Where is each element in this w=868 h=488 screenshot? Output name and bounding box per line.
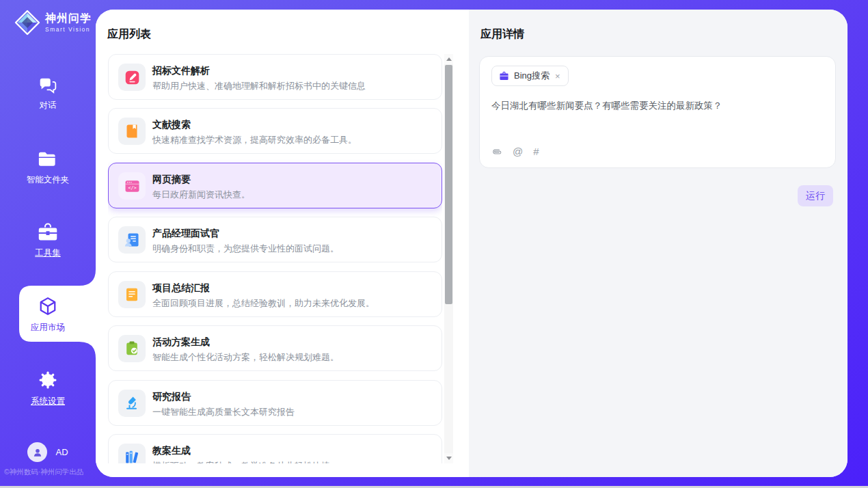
composer-toolbar: @ # bbox=[491, 146, 539, 158]
prompt-text[interactable]: 今日湖北有哪些新闻要点？有哪些需要关注的最新政策？ bbox=[491, 99, 819, 113]
sidebar-item-toolset[interactable]: 工具集 bbox=[0, 223, 96, 259]
toolbox-icon bbox=[38, 223, 58, 242]
folder-icon bbox=[38, 151, 58, 169]
attach-file-button[interactable] bbox=[491, 146, 502, 158]
sidebar-item-label: 系统设置 bbox=[31, 396, 65, 407]
close-icon[interactable]: × bbox=[554, 72, 561, 81]
app-window: { "brand": { "name": "神州问学", "tagline": … bbox=[0, 0, 868, 488]
prompt-editor[interactable]: Bing搜索 × 今日湖北有哪些新闻要点？有哪些需要关注的最新政策？ @ # bbox=[479, 56, 836, 168]
doc-edit-icon bbox=[124, 69, 141, 86]
triangle-down-icon bbox=[446, 457, 452, 460]
sidebar-item-label: 工具集 bbox=[35, 247, 61, 259]
sidebar: 神州问学 Smart Vision 对话 智能文件夹 工具集 bbox=[0, 0, 96, 488]
briefcase-icon bbox=[499, 71, 509, 81]
mention-icon[interactable]: @ bbox=[513, 146, 523, 158]
note-icon bbox=[124, 286, 140, 303]
person-icon bbox=[32, 447, 43, 458]
page-title-app-list: 应用列表 bbox=[107, 27, 151, 42]
app-desc: 帮助用户快速、准确地理解和解析招标书中的关键信息 bbox=[152, 80, 366, 92]
sidebar-item-label: 对话 bbox=[40, 100, 57, 111]
app-card-research-report[interactable]: 研究报告 一键智能生成高质量长文本研究报告 bbox=[108, 380, 442, 426]
page-title-app-detail: 应用详情 bbox=[480, 27, 524, 42]
brand-logo-icon bbox=[14, 9, 41, 36]
app-title: 网页摘要 bbox=[152, 174, 191, 186]
app-title: 活动方案生成 bbox=[152, 336, 210, 349]
books-icon bbox=[124, 449, 140, 463]
app-desc: 明确身份和职责，为您提供专业性的面试问题。 bbox=[152, 243, 339, 255]
app-card-pm-interviewer[interactable]: 产品经理面试官 明确身份和职责，为您提供专业性的面试问题。 bbox=[108, 217, 442, 262]
app-card-bid-doc-analysis[interactable]: 招标文件解析 帮助用户快速、准确地理解和解析招标书中的关键信息 bbox=[108, 54, 442, 100]
app-detail-panel: 应用详情 Bing搜索 × 今日湖北有哪些新闻要点？有哪些需要关注的最新政策？ … bbox=[469, 10, 847, 477]
user-badge[interactable]: AD bbox=[0, 442, 96, 462]
app-list-viewport: 招标文件解析 帮助用户快速、准确地理解和解析招标书中的关键信息 文献搜索 快速精… bbox=[108, 54, 442, 463]
app-title: 产品经理面试官 bbox=[152, 228, 219, 240]
tool-tag-bing-search[interactable]: Bing搜索 × bbox=[491, 66, 569, 86]
brand-tagline: Smart Vision bbox=[45, 26, 92, 33]
hash-icon[interactable]: # bbox=[533, 146, 539, 158]
microscope-icon bbox=[124, 395, 140, 411]
app-desc: 快速精准查找学术资源，提高研究效率的必备工具。 bbox=[152, 134, 357, 146]
app-title: 项目总结汇报 bbox=[152, 282, 210, 295]
app-desc: 智能生成个性化活动方案，轻松解决规划难题。 bbox=[152, 351, 339, 364]
scrollbar-thumb[interactable] bbox=[445, 65, 452, 304]
app-card-lesson-plan[interactable]: 教案生成 模板驱动，教案秒成，教学准备从此轻松快捷 bbox=[108, 434, 442, 463]
sidebar-item-label: 智能文件夹 bbox=[27, 174, 70, 186]
app-title: 文献搜索 bbox=[152, 119, 191, 131]
avatar bbox=[27, 442, 47, 462]
sidebar-item-settings[interactable]: 系统设置 bbox=[0, 370, 96, 407]
paperclip-icon bbox=[489, 144, 505, 160]
cube-icon bbox=[38, 296, 58, 316]
brand-logo: 神州问学 Smart Vision bbox=[14, 9, 92, 36]
interview-doc-icon bbox=[124, 232, 140, 248]
app-list-panel: 应用列表 招标文件解析 帮助用户快速、准确地理解和解析招标书中的关键信息 bbox=[96, 10, 469, 477]
app-desc: 每日政府新闻资讯快查。 bbox=[152, 189, 250, 201]
app-title: 教案生成 bbox=[152, 445, 191, 457]
app-card-literature-search[interactable]: 文献搜索 快速精准查找学术资源，提高研究效率的必备工具。 bbox=[108, 108, 442, 154]
triangle-up-icon bbox=[446, 57, 452, 61]
book-icon bbox=[124, 123, 140, 139]
app-card-event-plan[interactable]: 活动方案生成 智能生成个性化活动方案，轻松解决规划难题。 bbox=[108, 325, 442, 371]
app-card-webpage-summary[interactable]: </> 网页摘要 每日政府新闻资讯快查。 bbox=[108, 163, 442, 208]
app-title: 招标文件解析 bbox=[152, 65, 210, 77]
scrollbar[interactable] bbox=[444, 54, 453, 463]
svg-text:</>: </> bbox=[128, 185, 136, 191]
app-desc: 模板驱动，教案秒成，教学准备从此轻松快捷 bbox=[152, 460, 330, 463]
run-button[interactable]: 运行 bbox=[798, 185, 833, 206]
chat-icon bbox=[38, 77, 57, 94]
app-title: 研究报告 bbox=[152, 391, 191, 403]
sidebar-item-label: 应用市场 bbox=[31, 322, 65, 334]
app-card-project-summary[interactable]: 项目总结汇报 全面回顾项目进展，总结经验教训，助力未来优化发展。 bbox=[108, 271, 442, 317]
user-initials: AD bbox=[55, 447, 68, 457]
sidebar-item-chat[interactable]: 对话 bbox=[0, 77, 96, 111]
gear-icon bbox=[38, 370, 58, 390]
sidebar-item-smart-folder[interactable]: 智能文件夹 bbox=[0, 151, 96, 186]
brand-name: 神州问学 bbox=[45, 12, 92, 25]
scroll-up-button[interactable] bbox=[444, 54, 453, 64]
tool-tag-label: Bing搜索 bbox=[514, 70, 550, 82]
scroll-down-button[interactable] bbox=[444, 453, 453, 463]
app-desc: 全面回顾项目进展，总结经验教训，助力未来优化发展。 bbox=[152, 297, 375, 310]
copyright-text: ©神州数码·神州问学出品 bbox=[4, 467, 96, 477]
webpage-code-icon: </> bbox=[124, 178, 141, 195]
app-desc: 一键智能生成高质量长文本研究报告 bbox=[152, 406, 295, 418]
clipboard-check-icon bbox=[124, 340, 140, 357]
main-content: 应用列表 招标文件解析 帮助用户快速、准确地理解和解析招标书中的关键信息 bbox=[96, 10, 847, 477]
sidebar-item-app-market[interactable]: 应用市场 bbox=[0, 296, 96, 334]
